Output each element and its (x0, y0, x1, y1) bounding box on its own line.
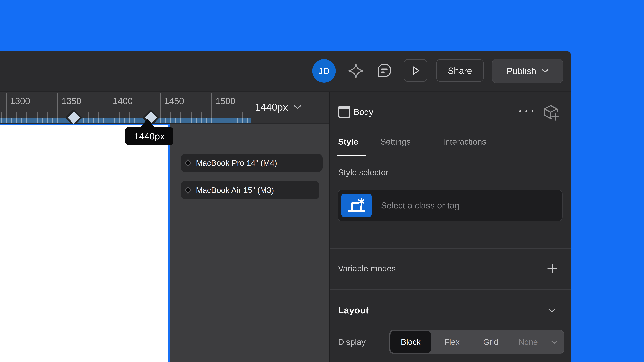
publish-label: Publish (506, 66, 536, 76)
selected-element-name: Body (354, 107, 374, 117)
variable-modes-label: Variable modes (338, 264, 396, 274)
viewport-width-dropdown[interactable]: 1440px (255, 102, 301, 113)
ruler-tick (160, 93, 161, 118)
display-option-block[interactable]: Block (401, 330, 420, 354)
chevron-down-icon[interactable] (551, 340, 558, 344)
page-body-element[interactable] (0, 123, 170, 362)
design-canvas[interactable]: 1440px MacBook Pro 14" (M4) MacBook Air … (0, 123, 329, 362)
breakpoint-range-band (0, 118, 251, 123)
ruler-tick (57, 93, 58, 118)
preview-button[interactable] (404, 59, 427, 82)
display-option-grid[interactable]: Grid (483, 330, 498, 354)
tab-interactions[interactable]: Interactions (443, 137, 486, 146)
chevron-down-icon (294, 105, 301, 110)
diamond-icon (184, 159, 192, 167)
tab-style[interactable]: Style (338, 137, 358, 146)
element-selector-icon (346, 197, 366, 214)
comments-icon[interactable] (377, 63, 392, 78)
layout-section-title: Layout (338, 305, 369, 316)
play-icon (407, 62, 424, 79)
breakpoint-preset-macbook-pro[interactable]: MacBook Pro 14" (M4) (181, 153, 322, 172)
breakpoint-preset-label: MacBook Air 15" (M3) (196, 186, 274, 195)
more-options-icon[interactable] (519, 110, 534, 112)
width-tooltip: 1440px (125, 127, 173, 145)
display-segmented-control: Block Flex Grid None (389, 330, 564, 354)
style-panel: Body Style Settings Interactions Style s… (329, 91, 571, 362)
ruler-mark-label: 1400 (113, 96, 133, 106)
publish-button[interactable]: Publish (492, 59, 563, 83)
ruler-mark-label: 1500 (215, 96, 236, 106)
ai-sparkle-icon[interactable] (348, 63, 364, 79)
display-option-flex[interactable]: Flex (444, 330, 460, 354)
section-divider (330, 289, 571, 290)
breakpoint-preset-macbook-air[interactable]: MacBook Air 15" (M3) (181, 181, 320, 199)
collapse-section-icon[interactable] (548, 308, 556, 313)
breakpoint-preset-label: MacBook Pro 14" (M4) (196, 158, 277, 168)
add-variable-mode-icon[interactable] (546, 263, 558, 274)
active-tab-underline (337, 155, 366, 156)
display-option-none[interactable]: None (518, 330, 538, 354)
breakpoint-ruler[interactable]: 1300 1350 1400 1450 1500 1440px (0, 91, 329, 123)
style-selector-placeholder: Select a class or tag (381, 190, 459, 221)
style-selector-label: Style selector (338, 168, 388, 177)
selector-type-icon[interactable] (342, 194, 372, 217)
tab-settings[interactable]: Settings (380, 137, 411, 146)
viewport-width-value: 1440px (255, 102, 288, 113)
avatar[interactable]: JD (312, 59, 336, 83)
ruler-tick (109, 93, 109, 118)
section-divider (330, 248, 571, 249)
chevron-down-icon (541, 69, 549, 73)
ruler-tick (6, 93, 7, 118)
ruler-minor-ticks (0, 112, 251, 118)
body-element-icon (338, 106, 350, 118)
display-property-label: Display (338, 337, 366, 347)
share-button[interactable]: Share (436, 59, 484, 82)
designer-window: JD Share Publish (0, 51, 571, 362)
diamond-icon (184, 186, 192, 194)
ruler-tick (211, 93, 212, 118)
tooltip-arrow (140, 119, 155, 128)
desktop-background: JD Share Publish (0, 0, 644, 362)
style-selector-input[interactable]: Select a class or tag (338, 190, 563, 221)
ruler-mark-label: 1350 (62, 96, 82, 106)
ruler-mark-label: 1450 (164, 96, 184, 106)
tooltip-text: 1440px (134, 131, 165, 142)
create-component-icon[interactable] (542, 104, 559, 122)
ruler-mark-label: 1300 (10, 96, 30, 106)
topbar: JD Share Publish (0, 51, 571, 91)
